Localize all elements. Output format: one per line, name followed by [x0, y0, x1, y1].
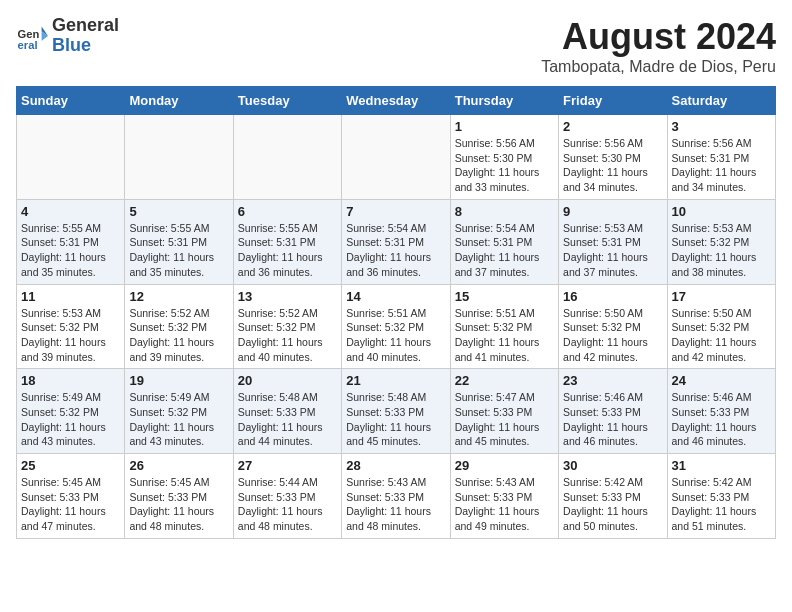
header-tuesday: Tuesday: [233, 87, 341, 115]
day-info: Sunrise: 5:45 AM Sunset: 5:33 PM Dayligh…: [129, 475, 228, 534]
header-sunday: Sunday: [17, 87, 125, 115]
day-info: Sunrise: 5:48 AM Sunset: 5:33 PM Dayligh…: [238, 390, 337, 449]
svg-text:eral: eral: [18, 39, 38, 51]
calendar-cell: 19Sunrise: 5:49 AM Sunset: 5:32 PM Dayli…: [125, 369, 233, 454]
day-number: 10: [672, 204, 771, 219]
header-thursday: Thursday: [450, 87, 558, 115]
day-info: Sunrise: 5:55 AM Sunset: 5:31 PM Dayligh…: [238, 221, 337, 280]
day-number: 9: [563, 204, 662, 219]
day-number: 16: [563, 289, 662, 304]
day-number: 24: [672, 373, 771, 388]
logo-general-text: General: [52, 16, 119, 36]
day-number: 26: [129, 458, 228, 473]
calendar-cell: 11Sunrise: 5:53 AM Sunset: 5:32 PM Dayli…: [17, 284, 125, 369]
calendar-week-row: 18Sunrise: 5:49 AM Sunset: 5:32 PM Dayli…: [17, 369, 776, 454]
day-info: Sunrise: 5:49 AM Sunset: 5:32 PM Dayligh…: [129, 390, 228, 449]
day-info: Sunrise: 5:50 AM Sunset: 5:32 PM Dayligh…: [672, 306, 771, 365]
day-number: 4: [21, 204, 120, 219]
day-info: Sunrise: 5:50 AM Sunset: 5:32 PM Dayligh…: [563, 306, 662, 365]
header-saturday: Saturday: [667, 87, 775, 115]
calendar-subtitle: Tambopata, Madre de Dios, Peru: [541, 58, 776, 76]
calendar-cell: 10Sunrise: 5:53 AM Sunset: 5:32 PM Dayli…: [667, 199, 775, 284]
header-monday: Monday: [125, 87, 233, 115]
day-info: Sunrise: 5:48 AM Sunset: 5:33 PM Dayligh…: [346, 390, 445, 449]
day-number: 1: [455, 119, 554, 134]
calendar-cell: 17Sunrise: 5:50 AM Sunset: 5:32 PM Dayli…: [667, 284, 775, 369]
day-info: Sunrise: 5:51 AM Sunset: 5:32 PM Dayligh…: [346, 306, 445, 365]
day-number: 31: [672, 458, 771, 473]
calendar-cell: 3Sunrise: 5:56 AM Sunset: 5:31 PM Daylig…: [667, 115, 775, 200]
calendar-cell: 21Sunrise: 5:48 AM Sunset: 5:33 PM Dayli…: [342, 369, 450, 454]
day-info: Sunrise: 5:56 AM Sunset: 5:30 PM Dayligh…: [563, 136, 662, 195]
day-info: Sunrise: 5:56 AM Sunset: 5:30 PM Dayligh…: [455, 136, 554, 195]
calendar-cell: 8Sunrise: 5:54 AM Sunset: 5:31 PM Daylig…: [450, 199, 558, 284]
calendar-week-row: 11Sunrise: 5:53 AM Sunset: 5:32 PM Dayli…: [17, 284, 776, 369]
day-number: 20: [238, 373, 337, 388]
day-info: Sunrise: 5:46 AM Sunset: 5:33 PM Dayligh…: [672, 390, 771, 449]
day-info: Sunrise: 5:55 AM Sunset: 5:31 PM Dayligh…: [129, 221, 228, 280]
day-number: 23: [563, 373, 662, 388]
calendar-cell: 2Sunrise: 5:56 AM Sunset: 5:30 PM Daylig…: [559, 115, 667, 200]
calendar-cell: 9Sunrise: 5:53 AM Sunset: 5:31 PM Daylig…: [559, 199, 667, 284]
day-info: Sunrise: 5:42 AM Sunset: 5:33 PM Dayligh…: [563, 475, 662, 534]
logo-text: General Blue: [52, 16, 119, 56]
calendar-cell: 16Sunrise: 5:50 AM Sunset: 5:32 PM Dayli…: [559, 284, 667, 369]
header-friday: Friday: [559, 87, 667, 115]
header: Gen eral General Blue August 2024 Tambop…: [16, 16, 776, 76]
day-number: 3: [672, 119, 771, 134]
day-info: Sunrise: 5:53 AM Sunset: 5:32 PM Dayligh…: [672, 221, 771, 280]
calendar-header-row: SundayMondayTuesdayWednesdayThursdayFrid…: [17, 87, 776, 115]
day-number: 5: [129, 204, 228, 219]
calendar-cell: 29Sunrise: 5:43 AM Sunset: 5:33 PM Dayli…: [450, 454, 558, 539]
calendar-cell: 20Sunrise: 5:48 AM Sunset: 5:33 PM Dayli…: [233, 369, 341, 454]
calendar-cell: 6Sunrise: 5:55 AM Sunset: 5:31 PM Daylig…: [233, 199, 341, 284]
day-number: 7: [346, 204, 445, 219]
day-number: 19: [129, 373, 228, 388]
day-number: 18: [21, 373, 120, 388]
calendar-cell: [17, 115, 125, 200]
logo: Gen eral General Blue: [16, 16, 119, 56]
calendar-table: SundayMondayTuesdayWednesdayThursdayFrid…: [16, 86, 776, 539]
header-wednesday: Wednesday: [342, 87, 450, 115]
calendar-cell: 24Sunrise: 5:46 AM Sunset: 5:33 PM Dayli…: [667, 369, 775, 454]
day-info: Sunrise: 5:51 AM Sunset: 5:32 PM Dayligh…: [455, 306, 554, 365]
calendar-week-row: 1Sunrise: 5:56 AM Sunset: 5:30 PM Daylig…: [17, 115, 776, 200]
calendar-cell: 25Sunrise: 5:45 AM Sunset: 5:33 PM Dayli…: [17, 454, 125, 539]
calendar-cell: [125, 115, 233, 200]
day-info: Sunrise: 5:46 AM Sunset: 5:33 PM Dayligh…: [563, 390, 662, 449]
day-number: 11: [21, 289, 120, 304]
day-number: 2: [563, 119, 662, 134]
day-info: Sunrise: 5:53 AM Sunset: 5:31 PM Dayligh…: [563, 221, 662, 280]
day-number: 14: [346, 289, 445, 304]
day-info: Sunrise: 5:55 AM Sunset: 5:31 PM Dayligh…: [21, 221, 120, 280]
calendar-cell: 22Sunrise: 5:47 AM Sunset: 5:33 PM Dayli…: [450, 369, 558, 454]
calendar-cell: 28Sunrise: 5:43 AM Sunset: 5:33 PM Dayli…: [342, 454, 450, 539]
calendar-cell: 12Sunrise: 5:52 AM Sunset: 5:32 PM Dayli…: [125, 284, 233, 369]
calendar-cell: 23Sunrise: 5:46 AM Sunset: 5:33 PM Dayli…: [559, 369, 667, 454]
day-info: Sunrise: 5:43 AM Sunset: 5:33 PM Dayligh…: [346, 475, 445, 534]
calendar-cell: 15Sunrise: 5:51 AM Sunset: 5:32 PM Dayli…: [450, 284, 558, 369]
day-number: 29: [455, 458, 554, 473]
calendar-cell: 13Sunrise: 5:52 AM Sunset: 5:32 PM Dayli…: [233, 284, 341, 369]
day-number: 28: [346, 458, 445, 473]
day-number: 30: [563, 458, 662, 473]
calendar-cell: 27Sunrise: 5:44 AM Sunset: 5:33 PM Dayli…: [233, 454, 341, 539]
day-info: Sunrise: 5:54 AM Sunset: 5:31 PM Dayligh…: [346, 221, 445, 280]
calendar-cell: 5Sunrise: 5:55 AM Sunset: 5:31 PM Daylig…: [125, 199, 233, 284]
calendar-week-row: 25Sunrise: 5:45 AM Sunset: 5:33 PM Dayli…: [17, 454, 776, 539]
day-number: 21: [346, 373, 445, 388]
day-info: Sunrise: 5:45 AM Sunset: 5:33 PM Dayligh…: [21, 475, 120, 534]
day-info: Sunrise: 5:54 AM Sunset: 5:31 PM Dayligh…: [455, 221, 554, 280]
calendar-cell: [342, 115, 450, 200]
calendar-cell: 7Sunrise: 5:54 AM Sunset: 5:31 PM Daylig…: [342, 199, 450, 284]
logo-icon: Gen eral: [16, 20, 48, 52]
day-number: 12: [129, 289, 228, 304]
day-info: Sunrise: 5:42 AM Sunset: 5:33 PM Dayligh…: [672, 475, 771, 534]
day-info: Sunrise: 5:49 AM Sunset: 5:32 PM Dayligh…: [21, 390, 120, 449]
calendar-cell: 18Sunrise: 5:49 AM Sunset: 5:32 PM Dayli…: [17, 369, 125, 454]
calendar-cell: 1Sunrise: 5:56 AM Sunset: 5:30 PM Daylig…: [450, 115, 558, 200]
day-info: Sunrise: 5:52 AM Sunset: 5:32 PM Dayligh…: [129, 306, 228, 365]
day-number: 27: [238, 458, 337, 473]
calendar-cell: 4Sunrise: 5:55 AM Sunset: 5:31 PM Daylig…: [17, 199, 125, 284]
calendar-week-row: 4Sunrise: 5:55 AM Sunset: 5:31 PM Daylig…: [17, 199, 776, 284]
